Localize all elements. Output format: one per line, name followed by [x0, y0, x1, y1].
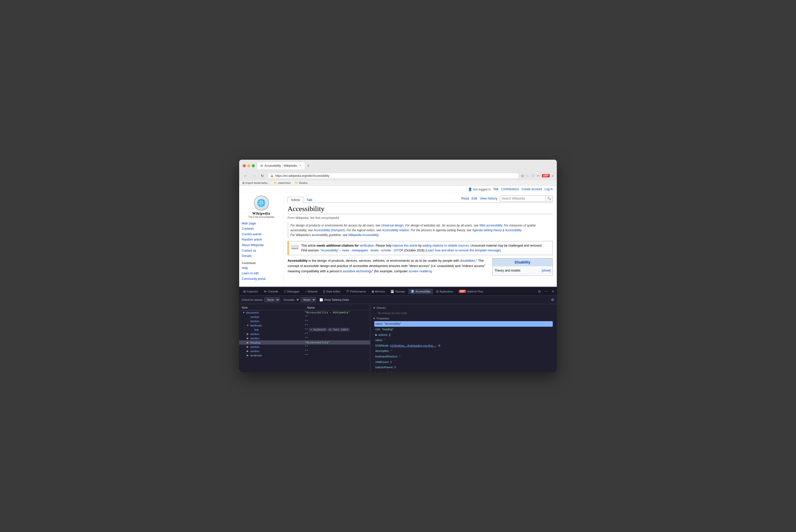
bookmark-import[interactable]: ⊞ Import bookmarks... [242, 182, 270, 185]
devtools-tab-debugger[interactable]: ⬡ Debugger [281, 289, 302, 294]
devtools-tab-adblock[interactable]: ABP Adblock Plus [456, 289, 486, 294]
link-agenda[interactable]: Agenda-setting theory § Accessibility [472, 228, 521, 232]
tree-row-section-1[interactable]: section: "" [239, 315, 370, 319]
tree-row-section-4[interactable]: ▶ section: "" [239, 336, 370, 340]
search-input[interactable] [500, 196, 545, 201]
link-wikipedia-a11y[interactable]: Wikipedia:Accessibility [348, 233, 378, 237]
link-screen-readers[interactable]: screen readers [409, 269, 430, 273]
tab-talk[interactable]: Talk [303, 197, 316, 203]
link-web-accessibility[interactable]: Web accessibility [479, 224, 502, 227]
bookmark-zwammen[interactable]: 📁 zwammen [274, 182, 291, 185]
devtools-overflow-button[interactable]: ⋯ [544, 289, 549, 294]
prop-actions[interactable]: ▶ actions: [] [374, 332, 553, 338]
tree-row-landmark-2[interactable]: ▶ landmark: "" [239, 353, 370, 358]
prop-domnode[interactable]: DOMNode: h1#firstHea....firstHeading.mw-… [374, 343, 553, 349]
close-button[interactable] [243, 164, 246, 167]
back-button[interactable]: ← [242, 173, 249, 178]
pencil-button[interactable]: ✏ [537, 174, 540, 178]
notice-citations-link[interactable]: adding citations to reliable sources [423, 244, 469, 247]
checks-section-header[interactable]: ▼ Checks [372, 306, 555, 310]
tree-toggle-section-3[interactable]: ▶ [246, 332, 249, 335]
devtools-tab-performance[interactable]: ⏱ Performance [344, 289, 369, 294]
devtools-close-button[interactable]: ✕ [551, 289, 555, 294]
notice-learn-link[interactable]: (Learn how and when to remove this templ… [425, 249, 501, 252]
sidebar-link-random-article[interactable]: Random article [242, 237, 281, 243]
link-disabilities[interactable]: disabilities [460, 259, 475, 263]
sidebar-link-about[interactable]: About Wikipedia [242, 243, 281, 248]
devtools-tab-storage[interactable]: 💾 Storage [388, 289, 408, 294]
minimize-button[interactable] [247, 164, 250, 167]
props-actions-expand[interactable]: ▶ [375, 333, 377, 337]
browser-tab[interactable]: W Accessibility - Wikipedia ✕ [257, 162, 304, 169]
show-tabbing-checkbox[interactable] [320, 298, 323, 302]
notice-improve-link[interactable]: improve this article [392, 244, 418, 247]
log-in-link[interactable]: Log in [544, 187, 553, 191]
notice-verify-link[interactable]: verification [359, 244, 374, 247]
tree-toggle-section-5[interactable]: ▶ [246, 345, 249, 348]
tree-row-section-3[interactable]: ▶ section: "" [239, 332, 370, 336]
view-history-link[interactable]: View history [480, 196, 497, 200]
tree-toggle-landmark-1[interactable]: ▼ [246, 324, 249, 327]
sidebar-link-main-page[interactable]: Main page [242, 221, 281, 226]
simulate-select[interactable]: None [301, 297, 316, 302]
devtools-tab-application[interactable]: ⊟ Application [433, 289, 456, 294]
tree-row-section-5[interactable]: ▶ section: "" [239, 345, 370, 349]
save-button[interactable]: 🛡 [531, 174, 535, 178]
sidebar-link-contents[interactable]: Contents [242, 226, 281, 232]
prop-states[interactable]: ▶ states: [...] [374, 370, 553, 373]
tree-toggle-heading[interactable]: ▶ [246, 341, 249, 344]
refresh-button[interactable]: ↻ [259, 173, 265, 178]
bookmark-restos[interactable]: 📁 Restos [295, 182, 308, 185]
sidebar-link-current-events[interactable]: Current events [242, 232, 281, 237]
read-link[interactable]: Read [461, 196, 469, 200]
forward-button[interactable]: → [251, 173, 257, 178]
edit-link[interactable]: Edit [471, 196, 477, 200]
prop-domnode-val[interactable]: h1#firstHea....firstHeading.mw-first-... [390, 344, 436, 348]
tree-row-heading[interactable]: ▶ heading: "Accessibility" [239, 340, 370, 345]
search-button[interactable]: 🔍 [545, 196, 553, 201]
talk-link[interactable]: Talk [493, 187, 499, 191]
tree-row-document[interactable]: ▼ document: "Accessibility – Wikipedia" [239, 310, 370, 315]
tree-toggle-document[interactable]: ▼ [242, 311, 245, 314]
props-section-header[interactable]: ▼ Properties [372, 316, 555, 321]
prop-domnode-gear[interactable]: ⚙ [438, 344, 441, 348]
props-states-expand[interactable]: ▶ [375, 371, 377, 373]
reader-button[interactable]: ⊞ [521, 174, 524, 178]
notice-find-link[interactable]: "Accessibility" – news · newspapers · bo… [320, 249, 403, 252]
devtools-tab-console[interactable]: ≫ Console [261, 289, 280, 294]
devtools-dock-button[interactable]: ⊟ [537, 289, 542, 294]
devtools-tab-accessibility[interactable]: ♿ Accessibility [408, 289, 433, 294]
new-tab-button[interactable]: + [306, 164, 310, 168]
infobox-row-val[interactable]: [show] [542, 268, 551, 273]
link-universal-design[interactable]: Universal design [381, 224, 404, 227]
address-bar[interactable]: 🔒 https://en.wikipedia.org/wiki/Accessib… [267, 173, 519, 179]
sidebar-link-contact[interactable]: Contact us [242, 248, 281, 254]
a11y-settings-button[interactable]: ⚙ [551, 298, 554, 302]
create-account-link[interactable]: Create account [521, 187, 542, 191]
maximize-button[interactable] [252, 164, 255, 167]
devtools-tab-memory[interactable]: ◉ Memory [369, 289, 388, 294]
sidebar-link-community[interactable]: Community portal [242, 276, 281, 282]
tree-toggle-section-6[interactable]: ▶ [246, 349, 249, 353]
tree-row-landmark-1[interactable]: ▼ landmark: "" [239, 323, 370, 327]
link-relation[interactable]: Accessibility relation [382, 228, 409, 232]
tree-row-link[interactable]: link: "" ⌨ keyboard 🏷 text label [239, 327, 370, 332]
menu-button[interactable]: ≡ [552, 174, 554, 178]
check-issues-select[interactable]: None [264, 297, 280, 302]
adblock-button[interactable]: ABP [542, 174, 550, 177]
tree-toggle-section-4[interactable]: ▶ [246, 337, 249, 340]
show-tabbing-label[interactable]: Show Tabbing Order [320, 298, 349, 302]
tree-row-section-6[interactable]: ▶ section: "" [239, 349, 370, 353]
sidebar-link-learn-to-edit[interactable]: Learn to edit [242, 271, 281, 276]
contributions-link[interactable]: Contributions [501, 187, 519, 191]
link-assistive-technology[interactable]: assistive technology [343, 269, 372, 273]
tree-toggle-landmark-2[interactable]: ▶ [246, 354, 249, 357]
sidebar-link-help[interactable]: Help [242, 266, 281, 271]
tab-close-button[interactable]: ✕ [299, 164, 301, 167]
link-transport[interactable]: Accessibility (transport) [314, 228, 345, 232]
bookmark-button[interactable]: ☆ [526, 174, 529, 178]
tab-article[interactable]: Article [288, 197, 303, 203]
devtools-tab-inspector[interactable]: ⊞ Inspector [241, 289, 261, 294]
devtools-tab-style-editor[interactable]: {} Style Editor [321, 289, 343, 294]
tree-row-section-2[interactable]: section: "" [239, 319, 370, 323]
